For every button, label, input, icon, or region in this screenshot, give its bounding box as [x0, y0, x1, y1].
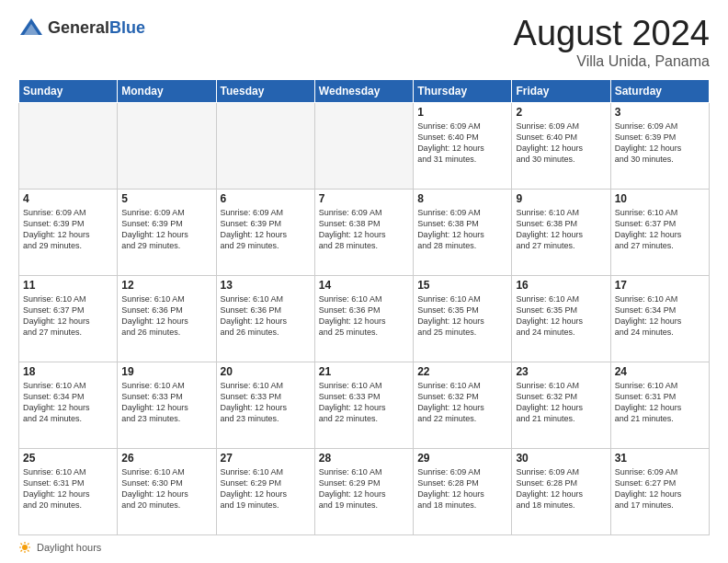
calendar-cell: 18Sunrise: 6:10 AMSunset: 6:34 PMDayligh… — [19, 362, 118, 448]
calendar-cell — [314, 102, 413, 189]
calendar-cell: 26Sunrise: 6:10 AMSunset: 6:30 PMDayligh… — [118, 448, 216, 534]
day-info: Sunrise: 6:10 AMSunset: 6:36 PMDaylight:… — [319, 293, 409, 339]
col-header-wednesday: Wednesday — [314, 79, 413, 102]
week-row-4: 18Sunrise: 6:10 AMSunset: 6:34 PMDayligh… — [19, 362, 710, 448]
sun-icon — [18, 541, 31, 554]
day-info: Sunrise: 6:09 AMSunset: 6:28 PMDaylight:… — [516, 466, 606, 511]
week-row-1: 1Sunrise: 6:09 AMSunset: 6:40 PMDaylight… — [19, 102, 710, 189]
day-info: Sunrise: 6:09 AMSunset: 6:38 PMDaylight:… — [319, 207, 409, 252]
day-info: Sunrise: 6:09 AMSunset: 6:40 PMDaylight:… — [516, 121, 606, 166]
calendar-cell: 5Sunrise: 6:09 AMSunset: 6:39 PMDaylight… — [118, 189, 216, 275]
svg-line-10 — [21, 550, 23, 552]
calendar-table: SundayMondayTuesdayWednesdayThursdayFrid… — [18, 79, 710, 535]
day-number: 5 — [121, 192, 211, 205]
title-block: August 2024 Villa Unida, Panama — [514, 15, 710, 70]
day-info: Sunrise: 6:10 AMSunset: 6:33 PMDaylight:… — [221, 380, 311, 425]
day-number: 19 — [121, 365, 211, 378]
calendar-cell: 20Sunrise: 6:10 AMSunset: 6:33 PMDayligh… — [216, 362, 314, 448]
calendar-cell: 19Sunrise: 6:10 AMSunset: 6:33 PMDayligh… — [118, 362, 216, 448]
calendar-cell: 12Sunrise: 6:10 AMSunset: 6:36 PMDayligh… — [118, 275, 216, 362]
calendar-cell: 4Sunrise: 6:09 AMSunset: 6:39 PMDaylight… — [19, 189, 118, 275]
day-info: Sunrise: 6:10 AMSunset: 6:29 PMDaylight:… — [221, 466, 311, 511]
day-info: Sunrise: 6:10 AMSunset: 6:37 PMDaylight:… — [23, 293, 113, 339]
calendar-cell: 27Sunrise: 6:10 AMSunset: 6:29 PMDayligh… — [216, 448, 314, 534]
day-info: Sunrise: 6:09 AMSunset: 6:39 PMDaylight:… — [121, 207, 211, 252]
calendar-cell: 16Sunrise: 6:10 AMSunset: 6:35 PMDayligh… — [512, 275, 610, 362]
day-info: Sunrise: 6:10 AMSunset: 6:31 PMDaylight:… — [23, 466, 113, 511]
day-number: 10 — [615, 192, 705, 205]
day-info: Sunrise: 6:10 AMSunset: 6:38 PMDaylight:… — [516, 207, 606, 252]
day-info: Sunrise: 6:10 AMSunset: 6:32 PMDaylight:… — [417, 380, 507, 425]
day-number: 31 — [615, 452, 705, 465]
calendar-cell: 15Sunrise: 6:10 AMSunset: 6:35 PMDayligh… — [414, 275, 512, 362]
footer-label: Daylight hours — [37, 542, 101, 553]
day-number: 20 — [221, 365, 311, 378]
day-number: 16 — [516, 279, 606, 292]
calendar-cell: 31Sunrise: 6:09 AMSunset: 6:27 PMDayligh… — [610, 448, 709, 534]
week-row-3: 11Sunrise: 6:10 AMSunset: 6:37 PMDayligh… — [19, 275, 710, 362]
day-info: Sunrise: 6:10 AMSunset: 6:37 PMDaylight:… — [615, 207, 705, 252]
calendar-cell: 22Sunrise: 6:10 AMSunset: 6:32 PMDayligh… — [414, 362, 512, 448]
day-number: 9 — [516, 192, 606, 205]
col-header-thursday: Thursday — [414, 79, 512, 102]
day-info: Sunrise: 6:10 AMSunset: 6:29 PMDaylight:… — [319, 466, 409, 511]
calendar-cell: 1Sunrise: 6:09 AMSunset: 6:40 PMDaylight… — [414, 102, 512, 189]
calendar-cell — [118, 102, 216, 189]
col-header-friday: Friday — [512, 79, 610, 102]
calendar-cell: 6Sunrise: 6:09 AMSunset: 6:39 PMDaylight… — [216, 189, 314, 275]
col-header-monday: Monday — [118, 79, 216, 102]
day-info: Sunrise: 6:10 AMSunset: 6:34 PMDaylight:… — [23, 380, 113, 425]
day-number: 11 — [23, 279, 113, 292]
page: GeneralBlue August 2024 Villa Unida, Pan… — [0, 0, 728, 563]
day-number: 18 — [23, 365, 113, 378]
week-row-2: 4Sunrise: 6:09 AMSunset: 6:39 PMDaylight… — [19, 189, 710, 275]
calendar-cell: 13Sunrise: 6:10 AMSunset: 6:36 PMDayligh… — [216, 275, 314, 362]
day-info: Sunrise: 6:09 AMSunset: 6:38 PMDaylight:… — [417, 207, 507, 252]
subtitle: Villa Unida, Panama — [514, 53, 710, 70]
day-number: 4 — [23, 192, 113, 205]
day-info: Sunrise: 6:09 AMSunset: 6:39 PMDaylight:… — [615, 121, 705, 166]
header: GeneralBlue August 2024 Villa Unida, Pan… — [18, 15, 710, 70]
col-header-tuesday: Tuesday — [216, 79, 314, 102]
calendar-cell: 9Sunrise: 6:10 AMSunset: 6:38 PMDaylight… — [512, 189, 610, 275]
calendar-cell: 7Sunrise: 6:09 AMSunset: 6:38 PMDaylight… — [314, 189, 413, 275]
day-info: Sunrise: 6:10 AMSunset: 6:35 PMDaylight:… — [417, 293, 507, 339]
day-info: Sunrise: 6:10 AMSunset: 6:32 PMDaylight:… — [516, 380, 606, 425]
logo-icon — [18, 15, 44, 40]
day-info: Sunrise: 6:10 AMSunset: 6:31 PMDaylight:… — [615, 380, 705, 425]
day-info: Sunrise: 6:10 AMSunset: 6:36 PMDaylight:… — [221, 293, 311, 339]
calendar-cell: 10Sunrise: 6:10 AMSunset: 6:37 PMDayligh… — [610, 189, 709, 275]
day-number: 15 — [417, 279, 507, 292]
calendar-cell: 23Sunrise: 6:10 AMSunset: 6:32 PMDayligh… — [512, 362, 610, 448]
calendar-cell: 3Sunrise: 6:09 AMSunset: 6:39 PMDaylight… — [610, 102, 709, 189]
col-header-saturday: Saturday — [610, 79, 709, 102]
calendar-header-row: SundayMondayTuesdayWednesdayThursdayFrid… — [19, 79, 710, 102]
day-info: Sunrise: 6:10 AMSunset: 6:34 PMDaylight:… — [615, 293, 705, 339]
day-number: 2 — [516, 106, 606, 119]
day-info: Sunrise: 6:09 AMSunset: 6:28 PMDaylight:… — [417, 466, 507, 511]
calendar-cell: 14Sunrise: 6:10 AMSunset: 6:36 PMDayligh… — [314, 275, 413, 362]
logo-general: General — [48, 18, 109, 37]
day-number: 3 — [615, 106, 705, 119]
day-info: Sunrise: 6:10 AMSunset: 6:33 PMDaylight:… — [121, 380, 211, 425]
svg-line-9 — [28, 544, 29, 546]
day-number: 13 — [221, 279, 311, 292]
day-number: 28 — [319, 452, 409, 465]
calendar-cell: 30Sunrise: 6:09 AMSunset: 6:28 PMDayligh… — [512, 448, 610, 534]
calendar-cell — [19, 102, 118, 189]
logo-blue: Blue — [109, 18, 145, 37]
day-number: 12 — [121, 279, 211, 292]
calendar-cell: 8Sunrise: 6:09 AMSunset: 6:38 PMDaylight… — [414, 189, 512, 275]
day-number: 6 — [221, 192, 311, 205]
calendar-cell: 28Sunrise: 6:10 AMSunset: 6:29 PMDayligh… — [314, 448, 413, 534]
calendar-cell: 17Sunrise: 6:10 AMSunset: 6:34 PMDayligh… — [610, 275, 709, 362]
day-number: 23 — [516, 365, 606, 378]
calendar-cell — [216, 102, 314, 189]
day-number: 7 — [319, 192, 409, 205]
svg-line-7 — [21, 544, 23, 546]
day-number: 22 — [417, 365, 507, 378]
day-info: Sunrise: 6:09 AMSunset: 6:39 PMDaylight:… — [23, 207, 113, 252]
day-number: 29 — [417, 452, 507, 465]
day-info: Sunrise: 6:10 AMSunset: 6:33 PMDaylight:… — [319, 380, 409, 425]
week-row-5: 25Sunrise: 6:10 AMSunset: 6:31 PMDayligh… — [19, 448, 710, 534]
